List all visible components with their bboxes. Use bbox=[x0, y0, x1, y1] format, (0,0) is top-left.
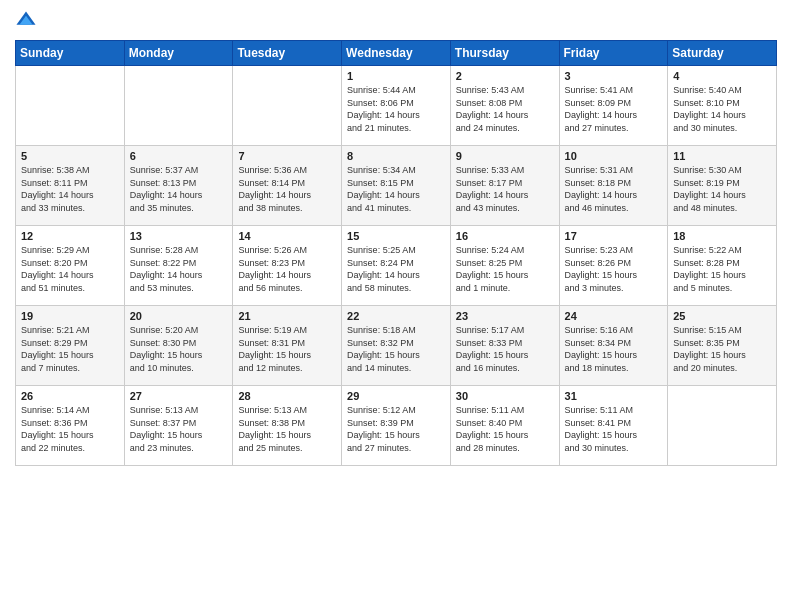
day-info: Sunrise: 5:21 AM Sunset: 8:29 PM Dayligh… bbox=[21, 324, 119, 374]
generalblue-logo-icon bbox=[15, 10, 37, 32]
calendar-week-row: 12Sunrise: 5:29 AM Sunset: 8:20 PM Dayli… bbox=[16, 226, 777, 306]
day-number: 21 bbox=[238, 310, 336, 322]
calendar-cell: 10Sunrise: 5:31 AM Sunset: 8:18 PM Dayli… bbox=[559, 146, 668, 226]
calendar-cell: 6Sunrise: 5:37 AM Sunset: 8:13 PM Daylig… bbox=[124, 146, 233, 226]
day-number: 15 bbox=[347, 230, 445, 242]
day-number: 30 bbox=[456, 390, 554, 402]
calendar-cell: 21Sunrise: 5:19 AM Sunset: 8:31 PM Dayli… bbox=[233, 306, 342, 386]
logo bbox=[15, 10, 45, 32]
calendar-table: SundayMondayTuesdayWednesdayThursdayFrid… bbox=[15, 40, 777, 466]
day-number: 10 bbox=[565, 150, 663, 162]
calendar-cell: 24Sunrise: 5:16 AM Sunset: 8:34 PM Dayli… bbox=[559, 306, 668, 386]
calendar-week-row: 19Sunrise: 5:21 AM Sunset: 8:29 PM Dayli… bbox=[16, 306, 777, 386]
day-info: Sunrise: 5:38 AM Sunset: 8:11 PM Dayligh… bbox=[21, 164, 119, 214]
day-number: 2 bbox=[456, 70, 554, 82]
day-info: Sunrise: 5:19 AM Sunset: 8:31 PM Dayligh… bbox=[238, 324, 336, 374]
day-info: Sunrise: 5:13 AM Sunset: 8:37 PM Dayligh… bbox=[130, 404, 228, 454]
calendar-cell: 19Sunrise: 5:21 AM Sunset: 8:29 PM Dayli… bbox=[16, 306, 125, 386]
day-number: 27 bbox=[130, 390, 228, 402]
calendar-header-row: SundayMondayTuesdayWednesdayThursdayFrid… bbox=[16, 41, 777, 66]
calendar-cell bbox=[233, 66, 342, 146]
day-info: Sunrise: 5:16 AM Sunset: 8:34 PM Dayligh… bbox=[565, 324, 663, 374]
day-number: 17 bbox=[565, 230, 663, 242]
day-info: Sunrise: 5:13 AM Sunset: 8:38 PM Dayligh… bbox=[238, 404, 336, 454]
calendar-header-wednesday: Wednesday bbox=[342, 41, 451, 66]
day-info: Sunrise: 5:33 AM Sunset: 8:17 PM Dayligh… bbox=[456, 164, 554, 214]
day-info: Sunrise: 5:24 AM Sunset: 8:25 PM Dayligh… bbox=[456, 244, 554, 294]
day-number: 13 bbox=[130, 230, 228, 242]
day-number: 3 bbox=[565, 70, 663, 82]
header bbox=[15, 10, 777, 32]
calendar-header-friday: Friday bbox=[559, 41, 668, 66]
day-number: 4 bbox=[673, 70, 771, 82]
calendar-cell: 15Sunrise: 5:25 AM Sunset: 8:24 PM Dayli… bbox=[342, 226, 451, 306]
calendar-cell: 27Sunrise: 5:13 AM Sunset: 8:37 PM Dayli… bbox=[124, 386, 233, 466]
calendar-header-monday: Monday bbox=[124, 41, 233, 66]
calendar-cell: 18Sunrise: 5:22 AM Sunset: 8:28 PM Dayli… bbox=[668, 226, 777, 306]
calendar-cell: 29Sunrise: 5:12 AM Sunset: 8:39 PM Dayli… bbox=[342, 386, 451, 466]
day-number: 31 bbox=[565, 390, 663, 402]
day-number: 8 bbox=[347, 150, 445, 162]
day-number: 1 bbox=[347, 70, 445, 82]
calendar-cell: 28Sunrise: 5:13 AM Sunset: 8:38 PM Dayli… bbox=[233, 386, 342, 466]
day-info: Sunrise: 5:25 AM Sunset: 8:24 PM Dayligh… bbox=[347, 244, 445, 294]
calendar-cell: 2Sunrise: 5:43 AM Sunset: 8:08 PM Daylig… bbox=[450, 66, 559, 146]
day-info: Sunrise: 5:15 AM Sunset: 8:35 PM Dayligh… bbox=[673, 324, 771, 374]
day-number: 16 bbox=[456, 230, 554, 242]
day-info: Sunrise: 5:22 AM Sunset: 8:28 PM Dayligh… bbox=[673, 244, 771, 294]
day-number: 26 bbox=[21, 390, 119, 402]
calendar-week-row: 5Sunrise: 5:38 AM Sunset: 8:11 PM Daylig… bbox=[16, 146, 777, 226]
calendar-cell: 13Sunrise: 5:28 AM Sunset: 8:22 PM Dayli… bbox=[124, 226, 233, 306]
calendar-cell: 1Sunrise: 5:44 AM Sunset: 8:06 PM Daylig… bbox=[342, 66, 451, 146]
calendar-cell bbox=[668, 386, 777, 466]
day-info: Sunrise: 5:11 AM Sunset: 8:40 PM Dayligh… bbox=[456, 404, 554, 454]
day-info: Sunrise: 5:44 AM Sunset: 8:06 PM Dayligh… bbox=[347, 84, 445, 134]
calendar-cell: 11Sunrise: 5:30 AM Sunset: 8:19 PM Dayli… bbox=[668, 146, 777, 226]
calendar-cell: 12Sunrise: 5:29 AM Sunset: 8:20 PM Dayli… bbox=[16, 226, 125, 306]
calendar-week-row: 1Sunrise: 5:44 AM Sunset: 8:06 PM Daylig… bbox=[16, 66, 777, 146]
page: SundayMondayTuesdayWednesdayThursdayFrid… bbox=[0, 0, 792, 612]
day-number: 14 bbox=[238, 230, 336, 242]
day-info: Sunrise: 5:34 AM Sunset: 8:15 PM Dayligh… bbox=[347, 164, 445, 214]
day-info: Sunrise: 5:41 AM Sunset: 8:09 PM Dayligh… bbox=[565, 84, 663, 134]
calendar-week-row: 26Sunrise: 5:14 AM Sunset: 8:36 PM Dayli… bbox=[16, 386, 777, 466]
day-number: 11 bbox=[673, 150, 771, 162]
day-number: 7 bbox=[238, 150, 336, 162]
day-info: Sunrise: 5:31 AM Sunset: 8:18 PM Dayligh… bbox=[565, 164, 663, 214]
day-info: Sunrise: 5:12 AM Sunset: 8:39 PM Dayligh… bbox=[347, 404, 445, 454]
day-number: 20 bbox=[130, 310, 228, 322]
day-info: Sunrise: 5:23 AM Sunset: 8:26 PM Dayligh… bbox=[565, 244, 663, 294]
day-info: Sunrise: 5:18 AM Sunset: 8:32 PM Dayligh… bbox=[347, 324, 445, 374]
day-info: Sunrise: 5:26 AM Sunset: 8:23 PM Dayligh… bbox=[238, 244, 336, 294]
day-number: 9 bbox=[456, 150, 554, 162]
day-info: Sunrise: 5:30 AM Sunset: 8:19 PM Dayligh… bbox=[673, 164, 771, 214]
calendar-cell: 16Sunrise: 5:24 AM Sunset: 8:25 PM Dayli… bbox=[450, 226, 559, 306]
day-number: 19 bbox=[21, 310, 119, 322]
day-info: Sunrise: 5:37 AM Sunset: 8:13 PM Dayligh… bbox=[130, 164, 228, 214]
day-info: Sunrise: 5:29 AM Sunset: 8:20 PM Dayligh… bbox=[21, 244, 119, 294]
calendar-cell: 20Sunrise: 5:20 AM Sunset: 8:30 PM Dayli… bbox=[124, 306, 233, 386]
day-number: 18 bbox=[673, 230, 771, 242]
calendar-header-saturday: Saturday bbox=[668, 41, 777, 66]
calendar-cell bbox=[16, 66, 125, 146]
day-info: Sunrise: 5:20 AM Sunset: 8:30 PM Dayligh… bbox=[130, 324, 228, 374]
day-number: 22 bbox=[347, 310, 445, 322]
calendar-cell: 8Sunrise: 5:34 AM Sunset: 8:15 PM Daylig… bbox=[342, 146, 451, 226]
calendar-cell: 3Sunrise: 5:41 AM Sunset: 8:09 PM Daylig… bbox=[559, 66, 668, 146]
calendar-cell: 26Sunrise: 5:14 AM Sunset: 8:36 PM Dayli… bbox=[16, 386, 125, 466]
calendar-cell: 30Sunrise: 5:11 AM Sunset: 8:40 PM Dayli… bbox=[450, 386, 559, 466]
day-number: 23 bbox=[456, 310, 554, 322]
day-info: Sunrise: 5:43 AM Sunset: 8:08 PM Dayligh… bbox=[456, 84, 554, 134]
day-info: Sunrise: 5:14 AM Sunset: 8:36 PM Dayligh… bbox=[21, 404, 119, 454]
calendar-cell: 25Sunrise: 5:15 AM Sunset: 8:35 PM Dayli… bbox=[668, 306, 777, 386]
calendar-header-thursday: Thursday bbox=[450, 41, 559, 66]
calendar-cell: 5Sunrise: 5:38 AM Sunset: 8:11 PM Daylig… bbox=[16, 146, 125, 226]
calendar-cell: 9Sunrise: 5:33 AM Sunset: 8:17 PM Daylig… bbox=[450, 146, 559, 226]
day-number: 29 bbox=[347, 390, 445, 402]
day-number: 12 bbox=[21, 230, 119, 242]
calendar-header-tuesday: Tuesday bbox=[233, 41, 342, 66]
calendar-cell: 22Sunrise: 5:18 AM Sunset: 8:32 PM Dayli… bbox=[342, 306, 451, 386]
calendar-cell: 17Sunrise: 5:23 AM Sunset: 8:26 PM Dayli… bbox=[559, 226, 668, 306]
day-info: Sunrise: 5:28 AM Sunset: 8:22 PM Dayligh… bbox=[130, 244, 228, 294]
calendar-cell bbox=[124, 66, 233, 146]
